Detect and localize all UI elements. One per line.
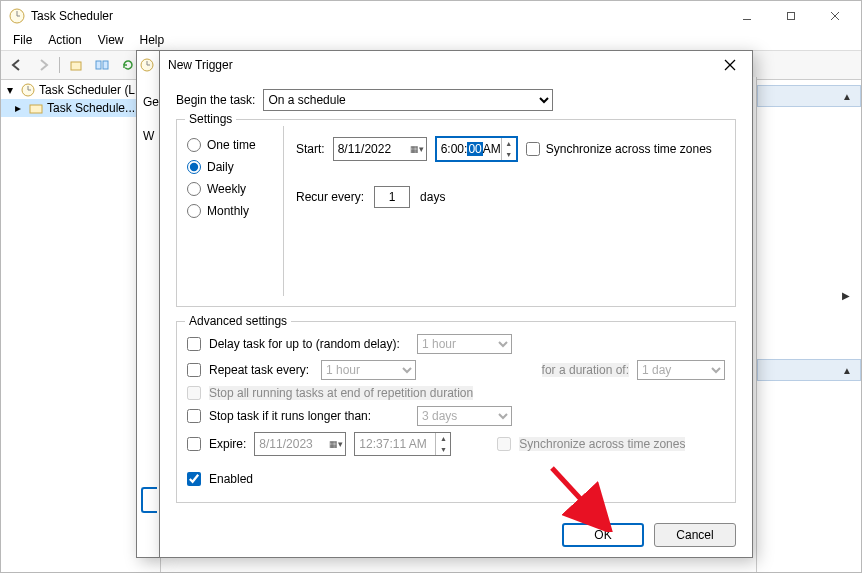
- dir-button[interactable]: [64, 54, 88, 76]
- radio-monthly[interactable]: Monthly: [187, 204, 275, 218]
- recur-input[interactable]: [374, 186, 410, 208]
- background-dialog-edge: Gen W: [136, 50, 160, 558]
- repeat-checkbox[interactable]: [187, 363, 201, 377]
- delay-label: Delay task for up to (random delay):: [209, 337, 409, 351]
- forward-button[interactable]: [31, 54, 55, 76]
- repeat-label: Repeat task every:: [209, 363, 313, 377]
- stop-longer-combo[interactable]: 3 days: [417, 406, 512, 426]
- radio-weekly[interactable]: Weekly: [187, 182, 275, 196]
- calendar-icon[interactable]: ▦▾: [408, 144, 426, 154]
- enabled-label: Enabled: [209, 472, 253, 486]
- start-date-input[interactable]: [334, 138, 408, 160]
- start-date-picker[interactable]: ▦▾: [333, 137, 427, 161]
- collapse-section-1[interactable]: ▲: [838, 88, 856, 104]
- stop-longer-label: Stop task if it runs longer than:: [209, 409, 409, 423]
- start-time-picker[interactable]: 6:00:00 AM ▲▼: [435, 136, 518, 162]
- menu-help[interactable]: Help: [134, 31, 171, 50]
- bg-label-w: W: [143, 129, 154, 143]
- sync-tz2-checkbox: [497, 437, 511, 451]
- menu-file[interactable]: File: [7, 31, 38, 50]
- enabled-checkbox[interactable]: [187, 472, 201, 486]
- new-trigger-dialog: New Trigger Begin the task: On a schedul…: [159, 50, 753, 558]
- settings-legend: Settings: [185, 112, 236, 126]
- delay-combo[interactable]: 1 hour: [417, 334, 512, 354]
- expire-checkbox[interactable]: [187, 437, 201, 451]
- bg-ok-edge: [141, 487, 157, 513]
- stop-longer-checkbox[interactable]: [187, 409, 201, 423]
- stop-all-checkbox: [187, 386, 201, 400]
- start-label: Start:: [296, 142, 325, 156]
- dialog-title: New Trigger: [168, 58, 716, 72]
- duration-label: for a duration of:: [542, 363, 629, 377]
- actions-panel: ▲ ▶ ▲: [756, 77, 861, 572]
- cancel-button[interactable]: Cancel: [654, 523, 736, 547]
- close-icon: [724, 59, 736, 71]
- recur-unit: days: [420, 190, 445, 204]
- titlebar: Task Scheduler: [1, 1, 861, 31]
- recur-label: Recur every:: [296, 190, 364, 204]
- scroll-right-button[interactable]: ▶: [837, 287, 855, 303]
- svg-rect-7: [71, 62, 81, 70]
- folder-icon: [29, 101, 43, 115]
- radio-daily[interactable]: Daily: [187, 160, 275, 174]
- stop-all-label: Stop all running tasks at end of repetit…: [209, 386, 473, 400]
- time-spinner-buttons[interactable]: ▲▼: [435, 433, 450, 455]
- expire-time-input[interactable]: [355, 433, 435, 455]
- collapse-section-2[interactable]: ▲: [838, 362, 856, 378]
- delay-checkbox[interactable]: [187, 337, 201, 351]
- svg-rect-4: [788, 13, 795, 20]
- svg-rect-8: [96, 61, 101, 69]
- svg-rect-15: [30, 105, 42, 113]
- periodicity-group: One time Daily Weekly Monthly: [187, 126, 284, 296]
- sync-tz-checkbox[interactable]: Synchronize across time zones: [526, 142, 712, 156]
- app-title: Task Scheduler: [31, 9, 725, 23]
- advanced-legend: Advanced settings: [185, 314, 291, 328]
- app-clock-icon: [9, 8, 25, 24]
- ok-button[interactable]: OK: [562, 523, 644, 547]
- clock-icon: [21, 83, 35, 97]
- begin-task-label: Begin the task:: [176, 93, 255, 107]
- expire-date-picker[interactable]: ▦▾: [254, 432, 346, 456]
- panel-button[interactable]: [90, 54, 114, 76]
- close-app-button[interactable]: [813, 4, 857, 28]
- begin-task-select[interactable]: On a schedule: [263, 89, 553, 111]
- radio-one-time[interactable]: One time: [187, 138, 275, 152]
- minimize-button[interactable]: [725, 4, 769, 28]
- dialog-close-button[interactable]: [716, 53, 744, 77]
- menu-action[interactable]: Action: [42, 31, 87, 50]
- settings-fieldset: Settings One time Daily Weekly: [176, 119, 736, 307]
- dialog-titlebar: New Trigger: [160, 51, 752, 79]
- duration-combo[interactable]: 1 day: [637, 360, 725, 380]
- expire-label: Expire:: [209, 437, 246, 451]
- time-spinner-buttons[interactable]: ▲▼: [501, 138, 516, 160]
- expire-time-picker[interactable]: ▲▼: [354, 432, 451, 456]
- clock-icon: [140, 58, 154, 72]
- menu-view[interactable]: View: [92, 31, 130, 50]
- menubar: File Action View Help: [1, 31, 861, 51]
- svg-rect-9: [103, 61, 108, 69]
- tree-library-label: Task Schedule...: [47, 101, 135, 115]
- maximize-button[interactable]: [769, 4, 813, 28]
- advanced-fieldset: Advanced settings Delay task for up to (…: [176, 321, 736, 503]
- calendar-icon[interactable]: ▦▾: [327, 439, 345, 449]
- back-button[interactable]: [5, 54, 29, 76]
- tree-root-label: Task Scheduler (L...: [39, 83, 145, 97]
- repeat-combo[interactable]: 1 hour: [321, 360, 416, 380]
- sync-tz2-label: Synchronize across time zones: [519, 437, 685, 451]
- expire-date-input[interactable]: [255, 433, 327, 455]
